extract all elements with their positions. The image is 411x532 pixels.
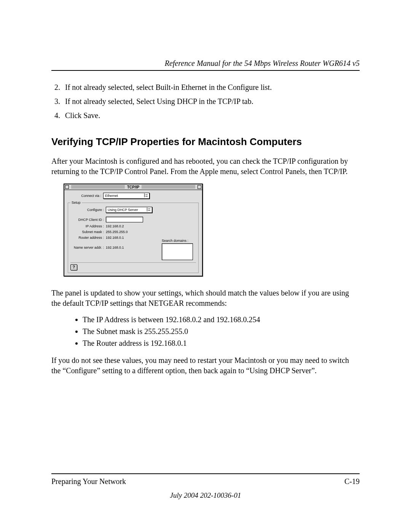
router-address-value: 192.168.0.1 xyxy=(106,236,124,240)
tcpip-window: TCP/IP Connect via : Ethernet Setup Conf… xyxy=(64,184,203,276)
page-number: C-19 xyxy=(344,477,360,486)
section-heading: Verifying TCP/IP Properties for Macintos… xyxy=(51,136,360,148)
subnet-mask-value: 255.255.255.0 xyxy=(106,230,128,234)
step-item: If not already selected, Select Using DH… xyxy=(62,96,360,107)
window-title: TCP/IP xyxy=(125,185,142,189)
search-domains-label: Search domains : xyxy=(162,239,196,243)
close-icon[interactable] xyxy=(65,185,69,189)
running-header: Reference Manual for the 54 Mbps Wireles… xyxy=(51,59,360,68)
list-item: The IP Address is between 192.168.0.2 an… xyxy=(83,315,360,324)
router-address-label: Router address : xyxy=(70,236,106,240)
connect-via-label: Connect via : xyxy=(68,194,103,198)
window-titlebar: TCP/IP xyxy=(64,184,202,190)
step-item: If not already selected, select Built-in… xyxy=(62,82,360,93)
name-server-value: 192.168.0.1 xyxy=(106,246,124,249)
setup-legend: Setup xyxy=(70,201,82,204)
titlebar-stripes xyxy=(135,185,195,189)
connect-via-select[interactable]: Ethernet xyxy=(103,193,150,199)
list-item: The Router address is 192.168.0.1 xyxy=(83,339,360,348)
dhcp-client-id-input[interactable] xyxy=(106,217,143,222)
configure-select[interactable]: Using DHCP Server xyxy=(106,207,152,213)
name-server-label: Name server addr. : xyxy=(70,246,106,249)
explain-paragraph: The panel is updated to show your settin… xyxy=(51,288,360,308)
subnet-mask-label: Subnet mask : xyxy=(70,230,106,234)
connect-via-value: Ethernet xyxy=(105,193,118,198)
intro-paragraph: After your Macintosh is configured and h… xyxy=(51,156,360,177)
step-item: Click Save. xyxy=(62,110,360,121)
ip-address-value: 192.168.0.2 xyxy=(106,224,124,228)
configure-value: Using DHCP Server xyxy=(108,208,138,212)
document-page: Reference Manual for the 54 Mbps Wireles… xyxy=(0,0,411,532)
footer-section-title: Preparing Your Network xyxy=(51,477,126,486)
zoom-icon[interactable] xyxy=(198,185,201,189)
dhcp-client-id-label: DHCP Client ID : xyxy=(70,218,106,222)
tcpip-panel-figure: TCP/IP Connect via : Ethernet Setup Conf… xyxy=(64,184,360,276)
header-rule xyxy=(51,70,360,71)
titlebar-stripes xyxy=(71,185,132,189)
footer-date: July 2004 202-10036-01 xyxy=(51,491,360,500)
configure-label: Configure : xyxy=(70,208,106,212)
search-domains-input[interactable] xyxy=(162,243,193,260)
numbered-steps: If not already selected, select Built-in… xyxy=(51,82,360,121)
footer-rule xyxy=(51,473,360,474)
list-item: The Subnet mask is 255.255.255.0 xyxy=(83,327,360,336)
window-body: Connect via : Ethernet Setup Configure :… xyxy=(64,190,202,276)
ip-address-label: IP Address : xyxy=(70,224,106,228)
help-button[interactable]: ? xyxy=(70,264,77,270)
troubleshoot-paragraph: If you do not see these values, you may … xyxy=(51,355,360,376)
page-footer: Preparing Your Network C-19 July 2004 20… xyxy=(51,473,360,500)
recommended-values-list: The IP Address is between 192.168.0.2 an… xyxy=(51,315,360,348)
setup-fieldset: Setup Configure : Using DHCP Server DHCP… xyxy=(68,201,199,273)
